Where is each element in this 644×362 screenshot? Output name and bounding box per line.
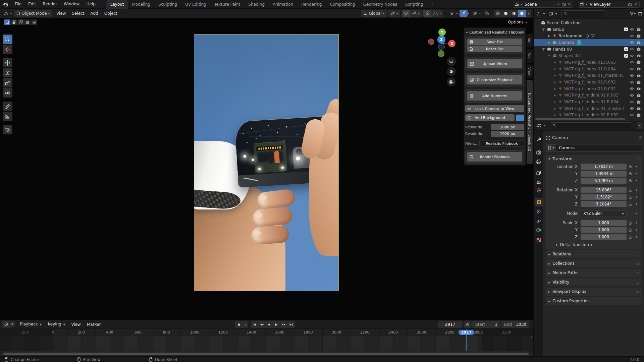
- transform-value-field[interactable]: 6.1289 m: [581, 178, 627, 184]
- shading-solid-icon[interactable]: [502, 10, 510, 17]
- shading-chevron[interactable]: ▼: [526, 12, 531, 14]
- properties-tab-object-data[interactable]: [534, 226, 543, 234]
- lock-icon[interactable]: [627, 235, 634, 239]
- timeline-collapse-arrow[interactable]: ‹: [531, 335, 532, 339]
- select-mode-invert[interactable]: [24, 19, 31, 25]
- outliner-item-label[interactable]: WGT-rig_f_middle.01.R.064: [563, 100, 619, 104]
- disable-render-toggle[interactable]: [636, 67, 641, 71]
- record-button[interactable]: [235, 321, 243, 328]
- outliner-row[interactable]: ▼setup: [534, 26, 644, 33]
- menu-help[interactable]: Help: [83, 2, 99, 6]
- new-scene-icon[interactable]: [561, 2, 566, 7]
- reset-file-button[interactable]: Reset File: [467, 46, 522, 52]
- expand-toggle[interactable]: ▶: [547, 34, 552, 38]
- transform-value-field[interactable]: 3.1024°: [581, 201, 627, 207]
- overlays-toggle-icon[interactable]: [471, 10, 479, 17]
- lock-camera-button[interactable]: Lock Camera to View: [465, 105, 524, 112]
- expand-toggle[interactable]: ▶: [552, 67, 557, 71]
- hide-viewport-toggle[interactable]: [630, 80, 634, 84]
- hide-viewport-toggle[interactable]: [630, 100, 634, 104]
- new-collection-icon[interactable]: [638, 11, 643, 16]
- scene-name[interactable]: Scene: [524, 2, 555, 7]
- properties-search[interactable]: [550, 122, 632, 129]
- save-file-button[interactable]: Save File: [467, 39, 522, 45]
- visibility-filter-icon[interactable]: [448, 10, 456, 17]
- timeline-expand-arrow[interactable]: ›: [1, 332, 2, 337]
- animate-dot[interactable]: [634, 180, 639, 181]
- delta-transform-panel[interactable]: ▼ Delta Transform: [546, 241, 642, 249]
- customize-flipbook-button[interactable]: Customize Flipbook: [467, 75, 522, 84]
- outliner-row[interactable]: ▶WGT-rig_f_index.01.R.064: [534, 66, 644, 72]
- timeline-menu-view[interactable]: View: [68, 320, 84, 329]
- workspace-tab-modeling[interactable]: Modeling: [128, 0, 155, 9]
- options-dropdown[interactable]: Options▼: [508, 20, 527, 24]
- expand-toggle[interactable]: ▶: [552, 107, 557, 110]
- properties-tab-constraints[interactable]: [534, 207, 543, 216]
- outliner-row[interactable]: ▶WGT-rig_f_middle.01.R.064: [534, 99, 644, 105]
- outliner-item-label[interactable]: Scene Collection: [546, 20, 581, 25]
- transform-value-field[interactable]: 1.000: [581, 234, 627, 240]
- proportional-edit-icon[interactable]: [423, 10, 431, 17]
- outliner-row[interactable]: ▶WGT-rig_f_middle.01.R.063: [534, 92, 644, 99]
- properties-options-chevron[interactable]: ▼: [637, 122, 643, 129]
- outliner-display-mode-icon[interactable]: [536, 11, 541, 16]
- mode-dropdown[interactable]: Object Mode ▼: [14, 10, 52, 17]
- properties-tab-view-layer[interactable]: [534, 169, 543, 177]
- viewport-3d[interactable]: Options▼: [0, 18, 533, 320]
- outliner-mode-chevron[interactable]: ▼: [543, 12, 545, 15]
- shading-wireframe-icon[interactable]: [494, 10, 502, 17]
- viewport-menu-view[interactable]: View: [53, 9, 69, 18]
- shading-material-icon[interactable]: [510, 10, 518, 17]
- panel-header[interactable]: ▶Collections::::: [546, 259, 642, 267]
- menu-file[interactable]: File: [11, 2, 25, 6]
- lock-icon[interactable]: [627, 195, 634, 199]
- lock-icon[interactable]: [627, 202, 634, 206]
- panel-header[interactable]: ▶Custom Properties::::: [546, 297, 642, 305]
- disable-render-toggle[interactable]: [636, 100, 641, 104]
- disable-render-toggle[interactable]: [636, 86, 641, 91]
- tool-add-cube[interactable]: [3, 125, 12, 134]
- tool-select-box[interactable]: [3, 35, 12, 44]
- gizmo-neg-z-ball[interactable]: [438, 44, 445, 50]
- shading-rendered-icon[interactable]: [518, 10, 526, 17]
- workspace-tab-uv-editing[interactable]: UV Editing: [181, 0, 210, 9]
- animate-dot[interactable]: [634, 236, 639, 238]
- mode-dropdown-field[interactable]: XYZ Euler▼: [581, 210, 627, 217]
- outliner-item-label[interactable]: WGT-rig_f_middle.01_master.l: [563, 106, 624, 111]
- play-reverse-button[interactable]: [265, 321, 273, 328]
- outliner-row[interactable]: ▶WGT-rig_f_middle.02.R.032: [534, 112, 644, 119]
- hide-viewport-toggle[interactable]: [630, 47, 634, 51]
- outliner-row[interactable]: ▶WGT-rig_f_index.03.R.032: [534, 85, 644, 92]
- lock-icon[interactable]: [627, 221, 634, 225]
- menu-edit[interactable]: Edit: [25, 2, 39, 6]
- menu-render[interactable]: Render: [39, 2, 60, 6]
- expand-toggle[interactable]: ▶: [552, 94, 557, 97]
- timeline-menu-marker[interactable]: Marker: [84, 320, 104, 329]
- timeline-scrollbar[interactable]: [3, 353, 529, 355]
- next-keyframe-button[interactable]: [280, 321, 287, 328]
- outliner-row[interactable]: ▶WGT-rig_f_index.02.R.032: [534, 79, 644, 85]
- tool-annotate[interactable]: [3, 102, 12, 111]
- select-mode-set[interactable]: [4, 19, 10, 25]
- viewlayer-selector[interactable]: ▼ ViewLayer ✕: [578, 1, 640, 8]
- workspace-tab-sculpting[interactable]: Sculpting: [154, 0, 181, 9]
- end-frame-field[interactable]: End 3030: [501, 321, 529, 328]
- outliner-search-input[interactable]: [569, 11, 602, 16]
- add-background-button[interactable]: Add Background: [465, 114, 515, 121]
- select-mode-subtract[interactable]: [17, 19, 24, 25]
- hide-viewport-toggle[interactable]: [630, 67, 634, 71]
- workspace-tab-compositing[interactable]: Compositing: [326, 0, 359, 9]
- gizmo-neg-x-ball[interactable]: [428, 39, 434, 45]
- filename-input[interactable]: Realistic Flipbook: [479, 140, 524, 147]
- lock-icon[interactable]: [627, 188, 634, 192]
- lock-icon[interactable]: [627, 228, 634, 232]
- hide-viewport-toggle[interactable]: [630, 106, 634, 111]
- properties-tab-object[interactable]: [535, 198, 543, 206]
- hide-viewport-toggle[interactable]: [630, 34, 634, 38]
- properties-tab-world[interactable]: [534, 186, 543, 195]
- animate-dot[interactable]: [634, 166, 639, 167]
- menu-window[interactable]: Window: [60, 2, 83, 6]
- sidebar-tab-item[interactable]: Item: [527, 34, 533, 48]
- outliner-row[interactable]: ▶WGT-rig_f_index.01_master.R.: [534, 72, 644, 79]
- outliner-row[interactable]: ▶WGT-rig_f_middle.01_master.l: [534, 105, 644, 112]
